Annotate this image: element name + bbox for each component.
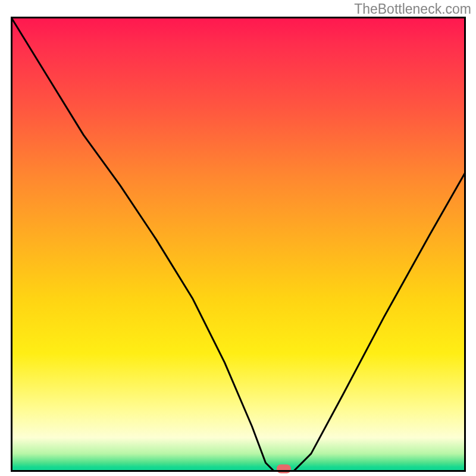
- chart-container: TheBottleneck.com: [0, 0, 476, 476]
- watermark-text: TheBottleneck.com: [354, 1, 471, 17]
- minimum-marker: [277, 465, 291, 474]
- plot-area: [11, 17, 466, 472]
- bottleneck-curve: [11, 17, 466, 472]
